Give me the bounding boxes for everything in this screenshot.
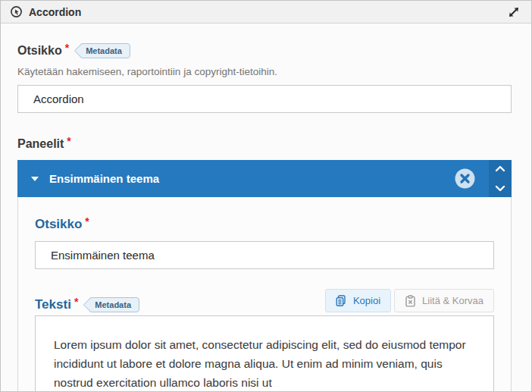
accordion-paragraph-widget: Accordion Otsikko * Metadata Käytetään h… [0,0,532,392]
required-asterisk: * [85,215,89,227]
copy-button-label: Kopioi [353,295,380,306]
accordion-panel: Ensimmäinen teema [17,160,512,392]
close-circle-icon [455,168,475,189]
required-asterisk: * [74,296,78,308]
caret-down-icon [31,177,39,181]
teksti-textarea[interactable]: Lorem ipsum dolor sit amet, consectetur … [35,315,494,392]
move-up-button[interactable] [495,165,505,172]
clipboard-button-group: Kopioi Liitä & Korvaa [325,289,494,312]
panel-header-row: Ensimmäinen teema [17,160,512,197]
otsikko-label: Otsikko [17,44,62,58]
panel-body: Otsikko * Teksti * Metadata [17,197,512,392]
otsikko-help-text: Käytetään hakemiseen, raportointiin ja c… [17,66,512,77]
metadata-badge: Metadata [80,43,130,58]
remove-panel-button[interactable] [455,168,475,189]
tap-icon [10,5,23,18]
clipboard-x-icon [405,295,416,307]
teksti-label-row: Teksti * Metadata [35,289,494,312]
metadata-badge-label: Metadata [95,300,131,309]
panel-header[interactable]: Ensimmäinen teema [17,160,489,197]
copy-button[interactable]: Kopioi [325,289,391,312]
widget-titlebar: Accordion [1,1,531,24]
paste-replace-button-label: Liitä & Korvaa [422,295,483,306]
paste-replace-button[interactable]: Liitä & Korvaa [394,289,494,312]
metadata-badge: Metadata [89,297,139,312]
panel-title: Ensimmäinen teema [49,172,159,185]
otsikko-label-row: Otsikko * Metadata [17,43,512,58]
required-asterisk: * [67,135,70,147]
widget-title: Accordion [29,6,81,18]
required-asterisk: * [65,42,69,54]
panel-otsikko-label-row: Otsikko * [35,217,494,232]
metadata-badge-label: Metadata [86,46,122,55]
paneelit-label-row: Paneelit * [17,137,512,151]
move-down-button[interactable] [495,185,505,192]
panel-otsikko-input[interactable] [35,241,494,269]
panel-otsikko-label: Otsikko [35,217,82,232]
teksti-label: Teksti [35,297,71,312]
widget-content: Otsikko * Metadata Käytetään hakemiseen,… [1,43,531,392]
teksti-label-wrap: Teksti * Metadata [35,297,139,312]
expand-diagonal-icon[interactable] [505,4,522,20]
panel-reorder-column [489,160,512,197]
copy-icon [336,295,347,307]
chevron-down-icon [495,185,505,192]
paneelit-label: Paneelit [17,137,64,151]
otsikko-input[interactable] [17,85,512,113]
chevron-up-icon [495,165,505,172]
